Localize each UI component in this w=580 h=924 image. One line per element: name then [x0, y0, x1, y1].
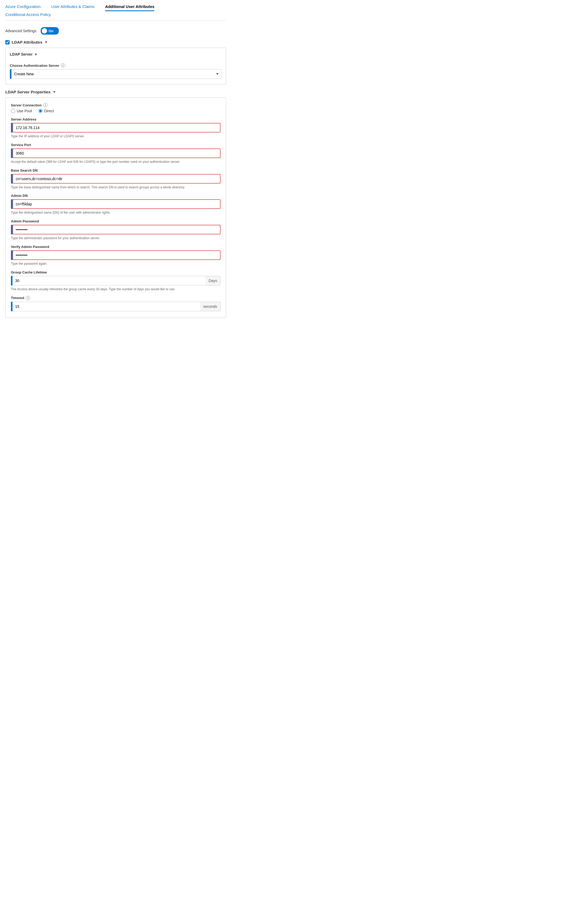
server-connection-section: Server Connection i Use Pool Direct: [11, 103, 221, 113]
admin-password-label: Admin Password: [11, 219, 221, 223]
ldap-server-title: LDAP Server ▼: [10, 52, 222, 56]
choose-auth-server-label: Choose Authentication Server i: [10, 63, 222, 68]
auth-server-select-wrapper: Create New: [10, 69, 222, 79]
base-search-dn-hint: Type the base distinguished name from wh…: [11, 185, 221, 190]
group-cache-lifetime-input-wrapper: Days: [11, 276, 221, 285]
service-port-label: Service Port: [11, 143, 221, 147]
toggle-text: On: [49, 29, 53, 33]
verify-admin-password-section: Verify Admin Password Type the password …: [11, 245, 221, 266]
timeout-info-icon[interactable]: i: [26, 296, 30, 300]
ldap-server-properties-header: LDAP Server Properties ▼: [5, 90, 226, 94]
advanced-settings-row: Advanced Settings On: [5, 27, 226, 35]
admin-password-section: Admin Password Type the administrator pa…: [11, 219, 221, 240]
choose-auth-server-info-icon[interactable]: i: [61, 63, 65, 68]
base-search-dn-input-wrapper: [11, 174, 221, 184]
service-port-section: Service Port Accept the default value (3…: [11, 143, 221, 164]
radio-direct[interactable]: Direct: [38, 109, 54, 113]
timeout-suffix: seconds: [200, 302, 221, 311]
server-address-section: Server Address Type the IP address of yo…: [11, 117, 221, 138]
server-connection-radio-group: Use Pool Direct: [11, 109, 221, 113]
service-port-hint: Accept the default value (389 for LDAP a…: [11, 160, 221, 164]
admin-dn-input[interactable]: [13, 199, 221, 209]
tab-user-attributes-claims[interactable]: User Attributes & Claims: [51, 4, 95, 10]
ldap-attributes-checkbox[interactable]: [5, 40, 10, 44]
service-port-input-wrapper: [11, 148, 221, 158]
ldap-server-chevron[interactable]: ▼: [34, 53, 38, 56]
timeout-section: Timeout i seconds: [11, 296, 221, 311]
tab-conditional-access-policy[interactable]: Conditional Access Policy: [5, 12, 51, 18]
admin-password-hint: Type the administrator password for your…: [11, 236, 221, 240]
server-connection-label: Server Connection i: [11, 103, 221, 107]
timeout-input[interactable]: [13, 302, 200, 311]
ldap-attributes-header: LDAP Attributes ▼: [5, 40, 226, 44]
service-port-input[interactable]: [13, 148, 221, 158]
radio-use-pool[interactable]: Use Pool: [11, 109, 32, 113]
admin-password-input[interactable]: [13, 225, 221, 234]
tab-additional-user-attributes[interactable]: Additional User Attributes: [105, 4, 154, 11]
base-search-dn-label: Base Search DN: [11, 168, 221, 172]
ldap-server-properties-chevron[interactable]: ▼: [53, 90, 56, 94]
timeout-input-wrapper: seconds: [11, 302, 221, 311]
ldap-attributes-chevron[interactable]: ▼: [44, 40, 48, 44]
verify-admin-password-input-wrapper: [11, 250, 221, 260]
admin-dn-hint: Type the distinguished name (DN) of the …: [11, 211, 221, 215]
admin-dn-label: Admin DN: [11, 194, 221, 198]
admin-password-input-wrapper: [11, 225, 221, 234]
ldap-server-properties-box: Server Connection i Use Pool Direct Serv…: [5, 97, 226, 318]
radio-use-pool-input[interactable]: [11, 109, 15, 113]
server-address-label: Server Address: [11, 117, 221, 121]
timeout-label: Timeout i: [11, 296, 221, 300]
server-address-hint: Type the IP address of your LDAP or LDAP…: [11, 134, 221, 138]
server-address-input[interactable]: [13, 123, 221, 132]
verify-admin-password-hint: Type the password again.: [11, 262, 221, 266]
auth-server-select[interactable]: Create New: [12, 69, 222, 79]
choose-auth-server-section: Choose Authentication Server i Create Ne…: [10, 60, 222, 80]
ldap-server-box: LDAP Server ▼ Choose Authentication Serv…: [5, 48, 226, 84]
admin-dn-section: Admin DN Type the distinguished name (DN…: [11, 194, 221, 215]
group-cache-lifetime-hint: The Access device usually refreshes the …: [11, 287, 221, 292]
toggle-circle: [42, 28, 47, 33]
advanced-settings-toggle[interactable]: On: [41, 27, 59, 35]
server-address-input-wrapper: [11, 123, 221, 132]
verify-admin-password-label: Verify Admin Password: [11, 245, 221, 249]
verify-admin-password-input[interactable]: [13, 250, 221, 260]
radio-direct-input[interactable]: [38, 109, 43, 113]
radio-direct-label: Direct: [44, 109, 54, 113]
ldap-attributes-title: LDAP Attributes: [12, 40, 42, 44]
group-cache-lifetime-label: Group Cache Lifetime: [11, 270, 221, 274]
top-navigation: Azure Configuration User Attributes & Cl…: [5, 4, 226, 21]
group-cache-lifetime-section: Group Cache Lifetime Days The Access dev…: [11, 270, 221, 292]
radio-use-pool-label: Use Pool: [17, 109, 32, 113]
ldap-server-properties-title: LDAP Server Properties: [5, 90, 51, 94]
group-cache-lifetime-suffix: Days: [205, 276, 221, 285]
group-cache-lifetime-input[interactable]: [13, 276, 205, 285]
admin-dn-input-wrapper: [11, 199, 221, 209]
advanced-settings-label: Advanced Settings: [5, 29, 36, 33]
server-connection-info-icon[interactable]: i: [43, 103, 48, 107]
tab-azure-configuration[interactable]: Azure Configuration: [5, 4, 41, 10]
base-search-dn-section: Base Search DN Type the base distinguish…: [11, 168, 221, 190]
base-search-dn-input[interactable]: [13, 174, 221, 184]
